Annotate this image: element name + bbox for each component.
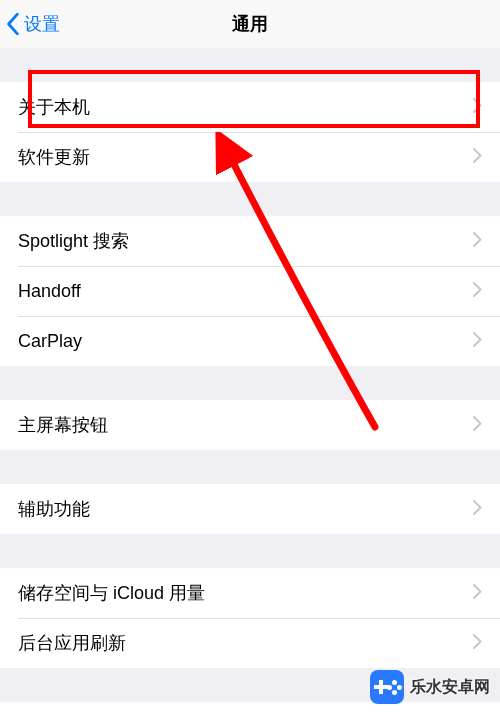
row-label: Handoff: [18, 281, 473, 302]
chevron-right-icon: [473, 231, 482, 252]
back-button[interactable]: 设置: [0, 12, 60, 36]
page-title: 通用: [0, 12, 500, 36]
row-accessibility[interactable]: 辅助功能: [0, 484, 500, 534]
row-label: 软件更新: [18, 145, 473, 169]
row-carplay[interactable]: CarPlay: [0, 316, 500, 366]
row-label: CarPlay: [18, 331, 473, 352]
row-handoff[interactable]: Handoff: [0, 266, 500, 316]
row-about[interactable]: 关于本机: [0, 82, 500, 132]
chevron-left-icon: [6, 13, 20, 35]
group-gap: [0, 534, 500, 568]
chevron-right-icon: [473, 281, 482, 302]
group-gap: [0, 182, 500, 216]
group-gap: [0, 366, 500, 400]
back-label: 设置: [24, 12, 60, 36]
row-storage-icloud[interactable]: 储存空间与 iCloud 用量: [0, 568, 500, 618]
group-gap: [0, 48, 500, 82]
watermark-text: 乐水安卓网: [410, 677, 490, 698]
chevron-right-icon: [473, 583, 482, 604]
row-label: 主屏幕按钮: [18, 413, 473, 437]
nav-header: 设置 通用: [0, 0, 500, 48]
chevron-right-icon: [473, 415, 482, 436]
row-background-refresh[interactable]: 后台应用刷新: [0, 618, 500, 668]
group-gap: [0, 450, 500, 484]
row-label: 后台应用刷新: [18, 631, 473, 655]
row-spotlight[interactable]: Spotlight 搜索: [0, 216, 500, 266]
chevron-right-icon: [473, 633, 482, 654]
row-label: 关于本机: [18, 95, 473, 119]
chevron-right-icon: [473, 97, 482, 118]
chevron-right-icon: [473, 331, 482, 352]
row-software-update[interactable]: 软件更新: [0, 132, 500, 182]
row-home-button[interactable]: 主屏幕按钮: [0, 400, 500, 450]
row-label: 辅助功能: [18, 497, 473, 521]
row-label: 储存空间与 iCloud 用量: [18, 581, 473, 605]
chevron-right-icon: [473, 147, 482, 168]
watermark: 乐水安卓网: [370, 670, 490, 704]
chevron-right-icon: [473, 499, 482, 520]
watermark-logo-icon: [370, 670, 404, 704]
row-label: Spotlight 搜索: [18, 229, 473, 253]
